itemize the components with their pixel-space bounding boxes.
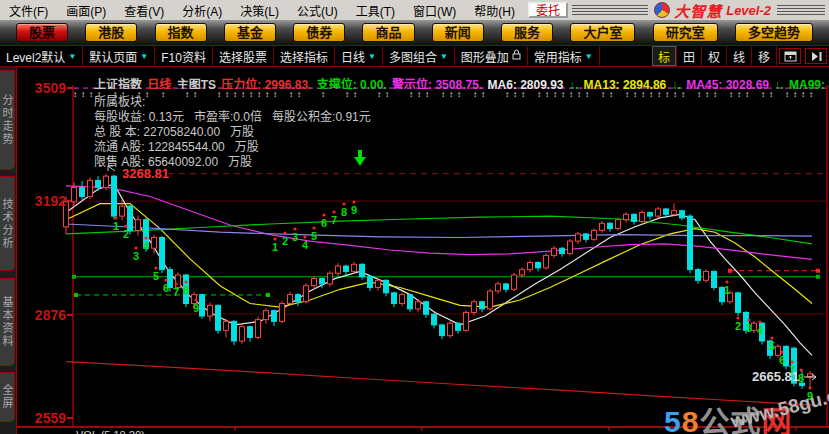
candle-body: [88, 180, 93, 196]
toolbar-常用指标[interactable]: 常用指标▼: [528, 46, 600, 66]
tool-button-田[interactable]: 田: [677, 46, 702, 66]
tool-button-标[interactable]: 标: [652, 46, 677, 66]
chevron-down-icon[interactable]: ▼: [140, 52, 148, 61]
tool-button-权[interactable]: 权: [702, 46, 727, 66]
td-count-digit: 4: [757, 324, 764, 336]
sidebar-tab-分时走势[interactable]: 分时走势: [0, 70, 15, 170]
header-token: ↓,: [569, 78, 582, 89]
candle-body: [416, 302, 421, 309]
toolbar-多图组合[interactable]: 多图组合▼: [383, 46, 455, 66]
signal-marker: ↕: [609, 90, 613, 99]
nav-button-商品[interactable]: 商品: [362, 23, 414, 42]
signal-marker: ↕: [737, 90, 741, 99]
td-count-digit: 1: [113, 220, 119, 232]
nav-button-债券[interactable]: 债券: [293, 23, 345, 42]
green-dashed-left-end: [74, 293, 78, 297]
candle-body: [320, 279, 325, 284]
sidebar-tab-全屏[interactable]: 全屏: [0, 372, 15, 422]
signal-marker: ↕: [681, 90, 685, 99]
toolbar-label: 常用指标: [534, 48, 582, 65]
nav-button-股票[interactable]: 股票: [16, 23, 68, 42]
next-page-icon-button[interactable]: [805, 48, 827, 64]
sidebar-tab-基本资料[interactable]: 基本资料: [0, 278, 15, 366]
nav-button-港股[interactable]: 港股: [85, 23, 137, 42]
signal-marker: ↕: [585, 90, 589, 99]
toolbar-F10资料[interactable]: F10资料: [155, 46, 213, 66]
menu-item[interactable]: 分析(A): [173, 2, 231, 19]
td-count-dot: [332, 210, 335, 213]
toolbar-label: 多图组合: [389, 48, 437, 65]
chevron-down-icon[interactable]: ▼: [440, 52, 448, 61]
signal-marker: ↕: [553, 90, 557, 99]
header-token: 日线: [147, 78, 174, 89]
menu-item[interactable]: 文件(F): [0, 2, 57, 19]
toolbar-图形叠加[interactable]: 图形叠加: [455, 46, 528, 66]
nav-button-指数[interactable]: 指数: [155, 23, 207, 42]
signal-marker: ↕: [441, 90, 445, 99]
nav-button-新闻[interactable]: 新闻: [432, 23, 484, 42]
chevron-down-icon[interactable]: ▼: [585, 52, 593, 61]
candle-body: [696, 270, 701, 281]
tool-button-移[interactable]: 移: [752, 46, 777, 66]
td-count-digit: 2: [735, 320, 741, 332]
annotation-2665.81: 2665.81: [752, 369, 799, 384]
toolbar-spacer: [600, 46, 652, 66]
toolbar-Level2默认[interactable]: Level2默认▼: [0, 46, 83, 66]
td-count-dot: [273, 237, 276, 240]
candle-body: [448, 323, 453, 335]
chevron-down-icon[interactable]: ▼: [368, 52, 376, 61]
td-count-dot: [770, 336, 773, 339]
nav-button-服务[interactable]: 服务: [501, 23, 553, 42]
nav-button-多空趋势[interactable]: 多空趋势: [735, 23, 813, 42]
candle-body: [528, 262, 533, 269]
toolbar-label: F10资料: [161, 48, 206, 65]
nav-button-基金[interactable]: 基金: [224, 23, 276, 42]
candle-body: [232, 321, 237, 341]
candle-body: [136, 220, 141, 231]
nav-button-研究室[interactable]: 研究室: [653, 23, 718, 42]
candle-body: [632, 214, 637, 221]
toolbar-默认页面[interactable]: 默认页面▼: [83, 46, 155, 66]
candle-body: [288, 295, 293, 304]
signal-marker: ↕: [633, 90, 637, 99]
candle-body: [456, 323, 461, 330]
candle-body: [752, 323, 757, 330]
td-count-digit: 2: [282, 235, 288, 247]
header-token: MA6: 2809.93: [488, 78, 567, 89]
toolbar-label: Level2默认: [6, 48, 65, 65]
sidebar-tab-技术分析[interactable]: 技术分析: [0, 176, 15, 271]
decor-stripes-left: [572, 4, 648, 16]
menu-item[interactable]: 帮助(H): [465, 2, 524, 19]
signal-marker: ↕: [801, 90, 805, 99]
td-count-dot: [342, 202, 345, 205]
tool-button-线[interactable]: 线: [727, 46, 752, 66]
menu-item[interactable]: 窗口(W): [404, 2, 465, 19]
header-token: 警示位: 3508.75,: [392, 78, 485, 89]
td-count-digit: 5: [311, 230, 317, 242]
chevron-down-icon[interactable]: ▼: [68, 52, 76, 61]
menu-item[interactable]: 工具(T): [347, 2, 404, 19]
lock-icon: [512, 49, 521, 63]
signal-marker: ↕: [785, 90, 789, 99]
candle-body: [736, 293, 741, 313]
menu-item[interactable]: 查看(V): [115, 2, 173, 19]
popup-window-icon-button[interactable]: [779, 48, 801, 64]
menu-item[interactable]: 决策(L): [231, 2, 288, 19]
td-count-digit: 9: [351, 204, 357, 216]
candle-body: [496, 284, 501, 291]
chart-header-line: 上证指数 日线 主图TS 压力位: 2996.83, 支撑位: 0.00, 警示…: [94, 75, 829, 89]
candle-body: [240, 327, 245, 341]
broker-trade-button[interactable]: 委托: [528, 2, 568, 18]
candle-body: [808, 374, 813, 377]
menu-item[interactable]: 公式(U): [288, 2, 347, 19]
nav-button-大户室[interactable]: 大户室: [570, 23, 635, 42]
candle-body: [640, 213, 645, 222]
td-count-digit: 9: [193, 302, 199, 314]
y-axis-label-2876: 2876: [20, 307, 66, 323]
toolbar-选择指标[interactable]: 选择指标: [274, 46, 335, 66]
menu-item[interactable]: 画面(P): [57, 2, 115, 19]
candle-body: [216, 305, 221, 330]
toolbar-日线[interactable]: 日线▼: [335, 46, 383, 66]
candle-body: [152, 238, 157, 249]
toolbar-选择股票[interactable]: 选择股票: [213, 46, 274, 66]
